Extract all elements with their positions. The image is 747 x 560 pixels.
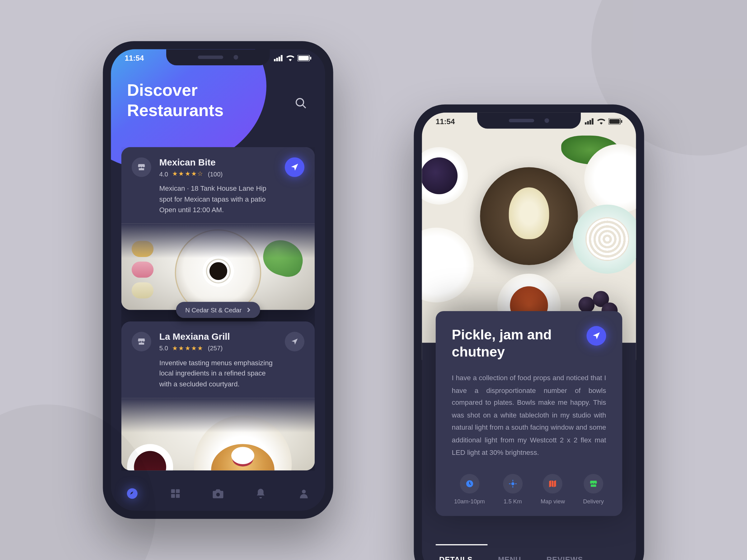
svg-rect-2 [279, 57, 280, 61]
svg-point-14 [216, 493, 220, 497]
tab-details[interactable]: DETAILS [439, 555, 473, 560]
restaurant-card[interactable]: La Mexiana Grill 5.0 ★★★★★ (257) Inventi… [121, 321, 315, 471]
restaurant-card[interactable]: Mexican Bite 4.0 ★★★★☆ (100) Mexican · 1… [121, 147, 315, 310]
restaurant-name: La Mexiana Grill [159, 331, 277, 342]
info-delivery[interactable]: Delivery [583, 474, 604, 505]
bell-icon [255, 487, 267, 500]
map-icon [548, 479, 558, 488]
detail-title: Pickle, jam and chutney [452, 326, 577, 361]
notch [477, 113, 581, 129]
compass-icon [126, 487, 139, 500]
phone-detail: 11:54 Pickle, jam and [414, 105, 644, 560]
detail-description: I have a collection of food props and no… [452, 372, 606, 459]
battery-icon [609, 118, 622, 125]
search-icon [295, 97, 308, 110]
svg-rect-17 [587, 121, 589, 125]
restaurant-description: Mexican · 18 Tank House Lane Hip spot fo… [159, 183, 277, 215]
rating-stars: ★★★★☆ [172, 170, 204, 178]
phone-discover: 11:54 Discover Restaurants [103, 41, 333, 519]
status-time: 11:54 [125, 54, 144, 62]
restaurant-description: Inventive tasting menus emphasizing loca… [159, 357, 277, 390]
info-map[interactable]: Map view [541, 474, 565, 505]
signal-icon [585, 118, 594, 125]
restaurant-list[interactable]: Mexican Bite 4.0 ★★★★☆ (100) Mexican · 1… [121, 147, 315, 471]
restaurant-image [121, 223, 315, 310]
tab-notifications[interactable] [254, 486, 268, 500]
navigate-button[interactable] [587, 326, 606, 346]
info-row: 10am-10pm 1.5 Km Map view Delivery [452, 474, 606, 505]
navigate-button[interactable] [285, 157, 304, 177]
tab-grid[interactable] [169, 486, 182, 500]
tab-reviews[interactable]: REVIEWS [546, 555, 583, 560]
rating-stars: ★★★★★ [172, 344, 204, 352]
navigation-arrow-icon [592, 331, 601, 341]
svg-rect-16 [585, 122, 587, 125]
svg-rect-22 [621, 120, 622, 123]
svg-rect-10 [171, 489, 175, 493]
navigation-arrow-icon [291, 338, 299, 346]
svg-rect-18 [590, 120, 591, 125]
page-title: Discover Restaurants [127, 80, 224, 121]
person-icon [298, 487, 309, 500]
grid-icon [169, 488, 181, 499]
screen-detail: 11:54 Pickle, jam and [422, 113, 636, 560]
svg-point-24 [512, 483, 514, 485]
navigation-arrow-icon [290, 163, 300, 172]
store-icon [132, 331, 151, 351]
rating-value: 5.0 [159, 345, 168, 351]
svg-point-7 [296, 99, 304, 106]
rating-value: 4.0 [159, 170, 168, 177]
tab-explore[interactable] [125, 486, 139, 500]
info-hours[interactable]: 10am-10pm [454, 474, 485, 505]
svg-rect-6 [310, 57, 312, 59]
detail-card: Pickle, jam and chutney I have a collect… [436, 311, 622, 516]
navigate-button[interactable] [285, 331, 304, 351]
svg-rect-11 [176, 489, 179, 493]
svg-rect-1 [276, 58, 278, 61]
battery-icon [298, 55, 311, 61]
store-icon [132, 157, 151, 177]
svg-rect-5 [299, 56, 309, 60]
svg-rect-3 [281, 55, 283, 61]
svg-rect-21 [610, 119, 620, 124]
wifi-icon [286, 55, 295, 61]
svg-point-15 [302, 490, 306, 494]
store-icon [589, 479, 598, 488]
detail-tabs: DETAILS MENU REVIEWS [436, 545, 622, 560]
tab-menu[interactable]: MENU [498, 555, 521, 560]
status-time: 11:54 [436, 117, 455, 126]
restaurant-name: Mexican Bite [159, 157, 277, 168]
chevron-right-icon [246, 307, 251, 313]
info-distance[interactable]: 1.5 Km [503, 474, 522, 505]
svg-rect-19 [592, 118, 594, 125]
camera-icon [212, 487, 225, 500]
svg-point-9 [127, 488, 137, 499]
svg-line-8 [303, 105, 306, 108]
svg-rect-0 [274, 59, 276, 61]
review-count: (257) [208, 345, 223, 351]
screen-discover: 11:54 Discover Restaurants [111, 49, 325, 511]
location-chip[interactable]: N Cedar St & Cedar [176, 302, 260, 318]
svg-rect-13 [176, 494, 179, 498]
tab-profile[interactable] [297, 486, 310, 500]
tab-camera[interactable] [211, 486, 225, 500]
signal-icon [274, 55, 283, 61]
review-count: (100) [208, 170, 223, 177]
search-button[interactable] [291, 93, 312, 114]
clock-icon [465, 479, 474, 488]
target-icon [508, 479, 517, 488]
svg-rect-12 [171, 494, 175, 498]
restaurant-image [121, 398, 315, 471]
wifi-icon [597, 118, 606, 125]
tab-bar [111, 476, 325, 511]
notch [166, 49, 270, 65]
